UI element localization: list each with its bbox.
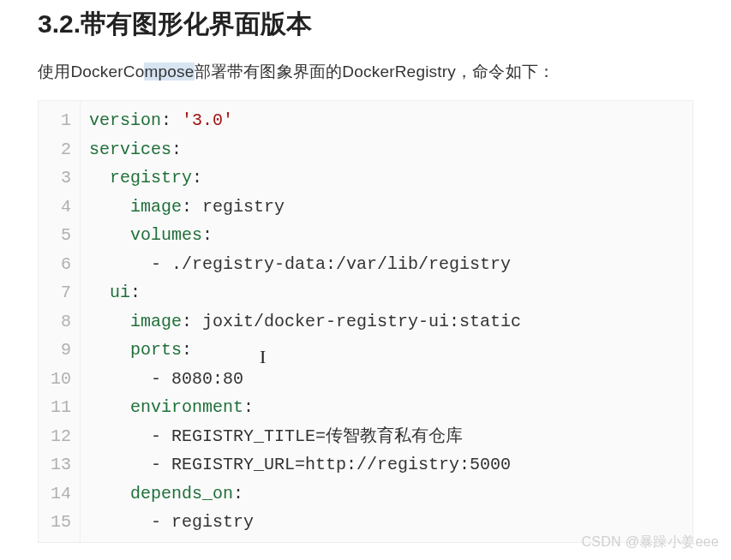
line-number: 9 [47, 336, 71, 365]
line-number: 4 [47, 193, 71, 222]
code-content: version: '3.0'services: registry: image:… [81, 101, 530, 542]
code-token-key: volumes [130, 225, 202, 245]
code-token-punc: : [243, 397, 254, 417]
code-line: image: joxit/docker-registry-ui:static [89, 307, 521, 337]
code-token-punc: : [202, 225, 213, 245]
code-token-punc: : [130, 283, 141, 302]
code-block: 123456789101112131415 version: '3.0'serv… [38, 100, 693, 543]
code-token-plain [89, 312, 130, 331]
section-heading: 3.2.带有图形化界面版本 [38, 7, 693, 42]
code-line: image: registry [89, 193, 521, 222]
code-token-plain: registry [192, 197, 285, 217]
code-token-plain [89, 340, 130, 360]
code-line: registry: [89, 164, 521, 193]
code-token-plain: - REGISTRY_TITLE=传智教育私有仓库 [89, 426, 463, 446]
code-line: - REGISTRY_URL=http://registry:5000 [89, 450, 521, 480]
line-number: 12 [47, 422, 71, 451]
line-number: 6 [47, 250, 71, 279]
watermark: CSDN @暴躁小姜eee [581, 533, 719, 551]
code-token-plain [89, 225, 130, 245]
code-token-key: services [89, 140, 171, 159]
line-number: 14 [47, 480, 71, 509]
intro-text-selected: mpose [144, 63, 194, 80]
code-token-plain [89, 484, 130, 503]
line-number: 15 [47, 508, 71, 537]
line-number: 7 [47, 278, 71, 307]
code-line: - ./registry-data:/var/lib/registry [89, 250, 521, 279]
code-token-plain [89, 283, 110, 302]
code-line: - registry [89, 508, 521, 537]
code-token-key: version [89, 110, 161, 130]
code-token-plain: - 8080:80 [89, 369, 243, 389]
code-line: volumes: [89, 221, 521, 250]
code-line: depends_on: [89, 480, 521, 509]
line-number: 13 [47, 450, 71, 480]
code-line: - REGISTRY_TITLE=传智教育私有仓库 [89, 422, 521, 451]
code-token-punc: : [171, 140, 182, 159]
line-number: 2 [47, 135, 71, 164]
code-token-plain [89, 197, 130, 217]
code-token-plain: - ./registry-data:/var/lib/registry [89, 254, 511, 274]
code-token-str: '3.0' [182, 110, 233, 130]
intro-text-before: 使用DockerCo [38, 63, 144, 80]
code-token-key: image [130, 197, 182, 217]
code-token-punc: : [182, 340, 192, 360]
code-token-punc: : [233, 484, 243, 503]
code-token-punc: : [182, 197, 192, 217]
code-token-punc: : [161, 110, 171, 130]
code-line: version: '3.0' [89, 106, 521, 135]
code-line: environment: [89, 393, 521, 422]
code-token-plain [171, 110, 182, 130]
code-token-plain: joxit/docker-registry-ui:static [192, 312, 521, 331]
code-token-punc: : [192, 168, 202, 188]
code-token-key: image [130, 312, 182, 331]
code-token-plain [89, 168, 110, 188]
code-token-punc: : [182, 312, 192, 331]
intro-paragraph: 使用DockerCompose部署带有图象界面的DockerRegistry，命… [38, 61, 693, 83]
intro-text-after: 部署带有图象界面的DockerRegistry，命令如下： [195, 63, 555, 80]
code-token-plain: - REGISTRY_URL=http://registry:5000 [89, 455, 511, 474]
code-token-key: depends_on [130, 484, 233, 503]
code-line: - 8080:80 [89, 365, 521, 394]
code-gutter: 123456789101112131415 [39, 101, 81, 542]
line-number: 10 [47, 365, 71, 394]
code-token-key: ports [130, 340, 182, 360]
line-number: 3 [47, 164, 71, 193]
line-number: 11 [47, 393, 71, 422]
line-number: 8 [47, 307, 71, 337]
code-token-key: ui [110, 283, 130, 302]
code-line: services: [89, 135, 521, 164]
code-token-key: environment [130, 397, 243, 417]
code-line: ui: [89, 278, 521, 307]
line-number: 5 [47, 221, 71, 250]
code-token-key: registry [110, 168, 192, 188]
line-number: 1 [47, 106, 71, 135]
code-token-plain: - registry [89, 512, 254, 532]
code-line: ports: [89, 336, 521, 365]
code-token-plain [89, 397, 130, 417]
